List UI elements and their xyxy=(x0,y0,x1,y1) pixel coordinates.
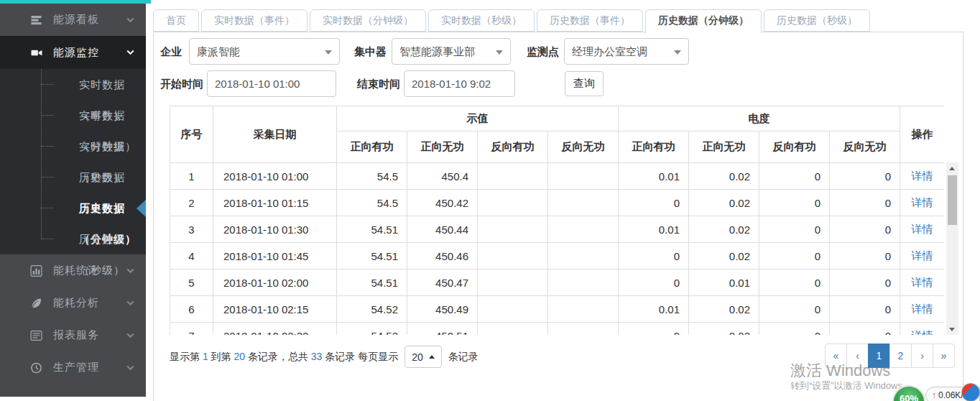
cell-value: 0 xyxy=(830,190,900,216)
cell-value: 0 xyxy=(830,163,900,190)
tab-5[interactable]: 历史数据（分钟级） xyxy=(645,9,762,33)
sidebar-item-2[interactable]: 能耗统计 xyxy=(0,254,146,287)
chevron-down-icon xyxy=(126,300,134,306)
scroll-down-icon[interactable] xyxy=(946,323,958,335)
detail-link[interactable]: 详情 xyxy=(912,249,933,262)
summary-segment: 显示第 xyxy=(170,351,203,362)
summary-segment: 条记录，总共 xyxy=(245,351,311,362)
sidebar-item-4[interactable]: 报表服务 xyxy=(0,319,146,351)
cell-value: 0 xyxy=(619,269,689,296)
cell-seq: 4 xyxy=(170,243,213,269)
sidebar-subitem-2[interactable]: 实时数据（秒级） xyxy=(0,131,146,162)
col-sub-header: 正向有功 xyxy=(619,132,689,163)
page-button-4[interactable]: › xyxy=(911,344,933,368)
cell-value: 0 xyxy=(759,296,830,323)
cell-value: 0.02 xyxy=(689,163,759,190)
detail-link[interactable]: 详情 xyxy=(912,223,933,235)
sidebar-subitem-5[interactable]: 历史数据（秒级） xyxy=(0,223,146,254)
concentrator-select[interactable]: 智慧能源事业部 xyxy=(392,38,511,65)
scrollbar-thumb[interactable] xyxy=(948,175,957,225)
cell-date: 2018-01-10 01:00 xyxy=(213,163,337,190)
chevron-down-icon xyxy=(126,333,134,338)
detail-link[interactable]: 详情 xyxy=(912,276,933,288)
sidebar-item-3[interactable]: 能耗分析 xyxy=(0,287,146,319)
windows-activation-hint: 转到“设置”以激活 Windows。 xyxy=(790,379,912,392)
scroll-up-icon[interactable] xyxy=(946,162,958,174)
detail-link[interactable]: 详情 xyxy=(912,170,933,182)
table-row: 32018-01-10 01:3054.51450.440.010.0200详情 xyxy=(170,216,945,243)
caret-up-icon xyxy=(429,355,435,359)
sidebar-menu: 能源看板能源监控实时数据（事件）实时数据（分钟级）实时数据（秒级）历史数据（事件… xyxy=(0,4,146,397)
query-button[interactable]: 查询 xyxy=(565,71,604,96)
page-size-value: 20 xyxy=(412,351,423,363)
table-row: 52018-01-10 02:0054.51450.4700.0100详情 xyxy=(170,269,945,296)
summary-segment: 条记录 每页显示 xyxy=(322,351,398,362)
sidebar-item-1[interactable]: 能源监控 xyxy=(0,36,146,69)
cell-value: 0.02 xyxy=(689,190,759,216)
windows-activation-watermark: 激活 Windows xyxy=(790,360,890,382)
cell-value: 0 xyxy=(619,243,689,269)
start-time-input[interactable] xyxy=(207,70,336,97)
col-sub-header: 反向有功 xyxy=(478,132,548,163)
chevron-down-icon xyxy=(126,268,134,274)
cell-value: 0 xyxy=(759,243,830,269)
sidebar-subitem-3[interactable]: 历史数据（事件） xyxy=(0,162,146,193)
cell-value: 0.01 xyxy=(619,216,689,243)
tab-3[interactable]: 实时数据（秒级） xyxy=(428,9,535,32)
cell-value: 0.01 xyxy=(619,163,689,190)
sidebar-subitem-0[interactable]: 实时数据（事件） xyxy=(0,69,146,100)
sidebar-item-label: 报表服务 xyxy=(53,328,126,342)
page-size-select[interactable]: 20 xyxy=(405,346,442,368)
cell-value: 450.42 xyxy=(407,190,478,216)
end-time-input[interactable] xyxy=(404,70,515,97)
cell-value xyxy=(478,296,548,323)
cell-value: 450.46 xyxy=(407,243,478,269)
tab-2[interactable]: 实时数据（分钟级） xyxy=(310,9,426,32)
cell-value: 54.51 xyxy=(337,269,407,296)
page-button-5[interactable]: » xyxy=(933,344,955,368)
detail-link[interactable]: 详情 xyxy=(912,329,933,336)
cell-seq: 2 xyxy=(170,190,213,216)
cell-action: 详情 xyxy=(900,296,945,323)
cell-value xyxy=(548,243,619,269)
cell-value: 450.51 xyxy=(407,323,478,336)
detail-link[interactable]: 详情 xyxy=(912,196,933,208)
sidebar-item-label: 能源看板 xyxy=(53,13,126,27)
page-button-3[interactable]: 2 xyxy=(889,344,912,368)
summary-segment: 1 xyxy=(203,351,208,362)
sidebar-subitem-1[interactable]: 实时数据（分钟级） xyxy=(0,100,146,131)
enterprise-value: 康派智能 xyxy=(197,45,240,57)
chart-icon xyxy=(30,264,44,277)
cell-seq: 5 xyxy=(170,269,213,296)
table-row: 12018-01-10 01:0054.5450.40.010.0200详情 xyxy=(170,163,945,190)
sidebar-item-0[interactable]: 能源看板 xyxy=(0,4,146,36)
end-time-label: 结束时间 xyxy=(357,70,400,97)
detail-link[interactable]: 详情 xyxy=(912,303,933,315)
cell-value: 54.51 xyxy=(337,243,407,269)
sidebar-subitem-4[interactable]: 历史数据（分钟级） xyxy=(0,193,146,223)
chevron-down-icon xyxy=(126,17,134,23)
network-ball-icon[interactable] xyxy=(961,383,980,401)
monitor-point-select[interactable]: 经理办公室空调 xyxy=(564,38,689,65)
cell-value: 0 xyxy=(759,190,830,216)
cell-value: 54.51 xyxy=(337,216,407,243)
cell-seq: 3 xyxy=(170,216,213,243)
cell-value: 0 xyxy=(619,323,689,336)
cell-value xyxy=(548,323,619,336)
cell-value: 0.02 xyxy=(689,296,759,323)
sidebar-item-label: 能耗分析 xyxy=(53,296,126,310)
enterprise-select[interactable]: 康派智能 xyxy=(189,38,340,65)
cell-date: 2018-01-10 01:15 xyxy=(213,190,337,216)
col-sub-header: 正向有功 xyxy=(337,132,407,163)
tab-1[interactable]: 实时数据（事件） xyxy=(201,9,308,32)
table-row: 42018-01-10 01:4554.51450.4600.0200详情 xyxy=(170,243,945,269)
cell-value: 0.01 xyxy=(689,269,759,296)
cell-value xyxy=(478,190,548,216)
sidebar-item-5[interactable]: 生产管理 xyxy=(0,351,146,384)
cell-value xyxy=(478,216,548,243)
tab-6[interactable]: 历史数据（秒级） xyxy=(764,9,870,32)
tab-0[interactable]: 首页 xyxy=(153,9,199,32)
table-scrollbar[interactable] xyxy=(946,162,958,335)
cell-value: 450.44 xyxy=(407,216,478,243)
tab-4[interactable]: 历史数据（事件） xyxy=(537,9,643,32)
